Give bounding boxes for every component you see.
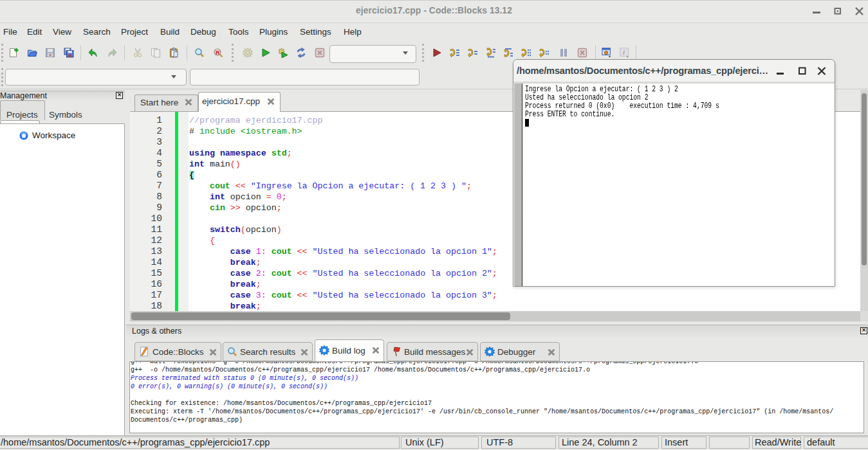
svg-text:i: i bbox=[623, 49, 625, 56]
svg-text:R: R bbox=[216, 50, 220, 56]
